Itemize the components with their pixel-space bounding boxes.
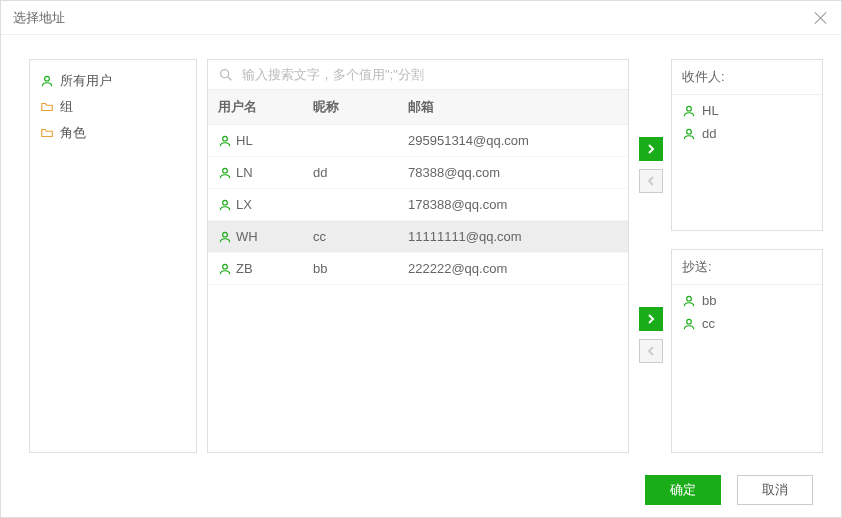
ok-button[interactable]: 确定 <box>645 475 721 505</box>
svg-line-2 <box>228 77 231 80</box>
col-header-mail: 邮箱 <box>398 90 628 124</box>
search-icon <box>218 67 234 83</box>
folder-icon <box>40 126 54 140</box>
search-input[interactable] <box>240 66 618 83</box>
svg-point-7 <box>223 264 228 269</box>
dialog-footer: 确定 取消 <box>1 463 841 517</box>
tree-item-groups[interactable]: 组 <box>30 94 196 120</box>
dialog-body: 所有用户 组 角色 用户名 昵称 邮箱 HL295951314@qq.comL <box>1 35 841 463</box>
person-icon <box>218 166 232 180</box>
cc-section: 抄送: bbcc <box>639 249 823 453</box>
col-header-user: 用户名 <box>208 90 303 124</box>
address-picker-dialog: 选择地址 所有用户 组 角色 用户名 <box>0 0 842 518</box>
recipients-list: HLdd <box>672 95 822 230</box>
cell-nick <box>303 133 398 149</box>
close-icon[interactable] <box>813 10 829 26</box>
svg-point-10 <box>687 296 692 301</box>
person-icon <box>218 230 232 244</box>
person-icon <box>218 198 232 212</box>
remove-from-recipients-button[interactable] <box>639 169 663 193</box>
svg-point-4 <box>223 168 228 173</box>
recipients-panel: 收件人: HLdd <box>671 59 823 231</box>
svg-point-0 <box>45 76 50 81</box>
cell-user: ZB <box>236 261 253 276</box>
person-icon <box>682 104 696 118</box>
chevron-left-icon <box>646 346 656 356</box>
person-icon <box>218 134 232 148</box>
list-item-label: bb <box>702 293 716 308</box>
list-item[interactable]: cc <box>672 312 822 335</box>
person-icon <box>682 294 696 308</box>
cell-mail: 11111111@qq.com <box>398 221 628 252</box>
table-header: 用户名 昵称 邮箱 <box>208 90 628 125</box>
table-rows: HL295951314@qq.comLNdd78388@qq.comLX1783… <box>208 125 628 452</box>
category-tree: 所有用户 组 角色 <box>29 59 197 453</box>
svg-point-8 <box>687 106 692 111</box>
svg-point-5 <box>223 200 228 205</box>
recipients-section: 收件人: HLdd <box>639 59 823 231</box>
cell-nick <box>303 197 398 213</box>
tree-item-roles[interactable]: 角色 <box>30 120 196 146</box>
cell-user: HL <box>236 133 253 148</box>
tree-item-label: 所有用户 <box>60 72 112 90</box>
folder-icon <box>40 100 54 114</box>
add-to-recipients-button[interactable] <box>639 137 663 161</box>
svg-point-11 <box>687 319 692 324</box>
transfer-buttons-to <box>639 59 663 231</box>
svg-point-3 <box>223 136 228 141</box>
add-to-cc-button[interactable] <box>639 307 663 331</box>
cell-nick: bb <box>303 253 398 284</box>
svg-point-1 <box>221 69 229 77</box>
person-icon <box>682 317 696 331</box>
cell-user: LN <box>236 165 253 180</box>
list-item-label: cc <box>702 316 715 331</box>
recipients-title: 收件人: <box>672 60 822 95</box>
list-item-label: dd <box>702 126 716 141</box>
table-row[interactable]: HL295951314@qq.com <box>208 125 628 157</box>
cell-mail: 222222@qq.com <box>398 253 628 284</box>
search-bar <box>208 60 628 90</box>
remove-from-cc-button[interactable] <box>639 339 663 363</box>
table-row[interactable]: LNdd78388@qq.com <box>208 157 628 189</box>
person-icon <box>682 127 696 141</box>
person-icon <box>218 262 232 276</box>
cell-nick: cc <box>303 221 398 252</box>
titlebar: 选择地址 <box>1 1 841 35</box>
table-row[interactable]: LX178388@qq.com <box>208 189 628 221</box>
cell-nick: dd <box>303 157 398 188</box>
cell-mail: 178388@qq.com <box>398 189 628 220</box>
cell-user: WH <box>236 229 258 244</box>
svg-point-6 <box>223 232 228 237</box>
list-item[interactable]: dd <box>672 122 822 145</box>
dialog-title: 选择地址 <box>13 9 65 27</box>
tree-item-label: 角色 <box>60 124 86 142</box>
transfer-buttons-cc <box>639 249 663 453</box>
list-item[interactable]: HL <box>672 99 822 122</box>
list-item-label: HL <box>702 103 719 118</box>
col-header-nick: 昵称 <box>303 90 398 124</box>
tree-item-label: 组 <box>60 98 73 116</box>
table-row[interactable]: WHcc11111111@qq.com <box>208 221 628 253</box>
cell-mail: 78388@qq.com <box>398 157 628 188</box>
tree-item-all-users[interactable]: 所有用户 <box>30 68 196 94</box>
list-item[interactable]: bb <box>672 289 822 312</box>
user-list-panel: 用户名 昵称 邮箱 HL295951314@qq.comLNdd78388@qq… <box>207 59 629 453</box>
cell-mail: 295951314@qq.com <box>398 125 628 156</box>
cc-title: 抄送: <box>672 250 822 285</box>
chevron-right-icon <box>646 314 656 324</box>
table-row[interactable]: ZBbb222222@qq.com <box>208 253 628 285</box>
right-column: 收件人: HLdd 抄送: bbcc <box>639 59 823 453</box>
cc-panel: 抄送: bbcc <box>671 249 823 453</box>
cell-user: LX <box>236 197 252 212</box>
svg-point-9 <box>687 129 692 134</box>
cancel-button[interactable]: 取消 <box>737 475 813 505</box>
chevron-right-icon <box>646 144 656 154</box>
chevron-left-icon <box>646 176 656 186</box>
person-icon <box>40 74 54 88</box>
cc-list: bbcc <box>672 285 822 452</box>
